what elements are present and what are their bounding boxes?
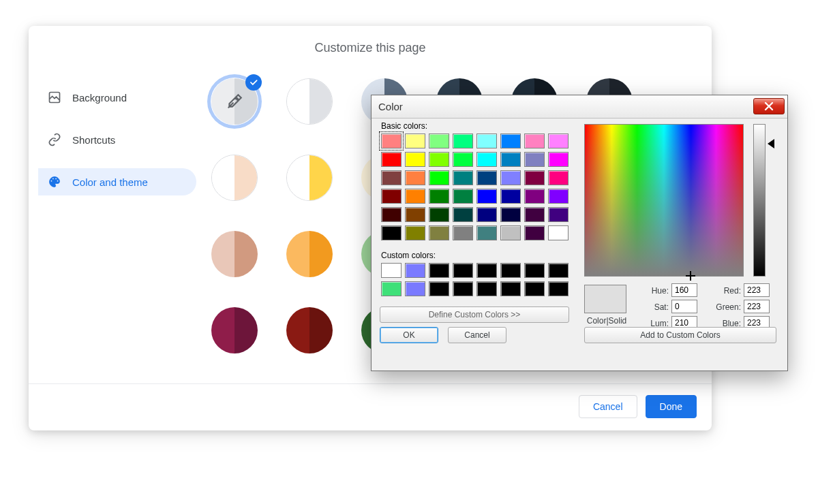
basic-color-cell[interactable] [500, 207, 521, 222]
basic-color-cell[interactable] [429, 152, 449, 167]
basic-color-cell[interactable] [453, 189, 473, 204]
color-dialog-title: Color [378, 101, 403, 112]
basic-color-cell[interactable] [476, 207, 497, 222]
done-button[interactable]: Done [646, 395, 697, 418]
basic-color-cell[interactable] [429, 133, 449, 148]
basic-color-cell[interactable] [405, 225, 425, 240]
basic-color-cell[interactable] [524, 152, 545, 167]
custom-color-cell[interactable] [476, 263, 497, 278]
basic-color-cell[interactable] [453, 152, 473, 167]
sidebar-item-background[interactable]: Background [38, 84, 196, 111]
luminosity-arrow-icon [768, 139, 774, 148]
basic-color-cell[interactable] [405, 207, 425, 222]
basic-color-cell[interactable] [548, 152, 569, 167]
basic-color-cell[interactable] [524, 207, 545, 222]
basic-color-cell[interactable] [429, 225, 449, 240]
basic-color-cell[interactable] [500, 170, 521, 185]
custom-color-cell[interactable] [548, 281, 569, 296]
basic-color-cell[interactable] [429, 207, 449, 222]
green-input[interactable] [744, 300, 770, 313]
theme-swatch[interactable] [211, 78, 258, 125]
basic-color-cell[interactable] [405, 152, 425, 167]
red-input[interactable] [744, 283, 770, 297]
custom-color-cell[interactable] [381, 281, 402, 296]
basic-color-cell[interactable] [429, 170, 449, 185]
basic-color-cell[interactable] [381, 152, 402, 167]
basic-color-cell[interactable] [548, 133, 569, 148]
basic-color-cell[interactable] [381, 133, 402, 148]
theme-swatch[interactable] [211, 231, 258, 277]
basic-color-cell[interactable] [548, 225, 569, 240]
custom-color-cell[interactable] [548, 263, 569, 278]
green-label: Green: [708, 302, 741, 312]
theme-swatch[interactable] [286, 231, 333, 277]
cancel-button[interactable]: Cancel [579, 395, 637, 418]
basic-color-cell[interactable] [381, 225, 402, 240]
color-dialog-cancel-button[interactable]: Cancel [448, 327, 506, 343]
basic-color-cell[interactable] [476, 133, 497, 148]
basic-color-cell[interactable] [453, 207, 473, 222]
basic-color-cell[interactable] [476, 152, 497, 167]
sat-input[interactable] [671, 300, 697, 313]
custom-color-cell[interactable] [381, 263, 402, 278]
palette-icon [48, 175, 61, 189]
theme-swatch[interactable] [286, 78, 333, 125]
add-to-custom-colors-button[interactable]: Add to Custom Colors [584, 327, 776, 343]
sidebar-item-color-theme[interactable]: Color and theme [38, 168, 196, 195]
basic-color-cell[interactable] [524, 189, 545, 204]
custom-color-cell[interactable] [429, 281, 449, 296]
theme-swatch[interactable] [211, 155, 258, 201]
custom-color-cell[interactable] [429, 263, 449, 278]
basic-color-cell[interactable] [476, 225, 497, 240]
basic-color-cell[interactable] [405, 189, 425, 204]
luminosity-bar[interactable] [753, 124, 766, 277]
basic-color-cell[interactable] [453, 170, 473, 185]
modal-title: Customize this page [29, 26, 712, 59]
basic-color-cell[interactable] [476, 189, 497, 204]
custom-color-cell[interactable] [453, 281, 473, 296]
custom-color-cell[interactable] [453, 263, 473, 278]
sidebar-item-shortcuts[interactable]: Shortcuts [38, 126, 196, 153]
basic-color-cell[interactable] [500, 189, 521, 204]
close-button[interactable] [753, 98, 785, 114]
basic-color-cell[interactable] [405, 133, 425, 148]
color-spectrum[interactable] [584, 124, 744, 277]
define-custom-colors-button[interactable]: Define Custom Colors >> [380, 306, 569, 323]
hue-label: Hue: [641, 286, 669, 296]
color-preview [584, 285, 626, 313]
color-dialog-titlebar[interactable]: Color [372, 95, 787, 119]
theme-swatch[interactable] [211, 307, 258, 353]
close-icon [764, 101, 774, 111]
custom-color-cell[interactable] [500, 263, 521, 278]
custom-color-cell[interactable] [405, 263, 425, 278]
theme-swatch[interactable] [286, 155, 333, 201]
basic-color-cell[interactable] [381, 189, 402, 204]
basic-color-cell[interactable] [381, 170, 402, 185]
basic-color-cell[interactable] [405, 170, 425, 185]
basic-color-cell[interactable] [524, 133, 545, 148]
custom-color-cell[interactable] [524, 263, 545, 278]
basic-color-cell[interactable] [548, 207, 569, 222]
basic-color-cell[interactable] [429, 189, 449, 204]
custom-color-cell[interactable] [476, 281, 497, 296]
custom-color-cell[interactable] [405, 281, 425, 296]
custom-colors-grid [381, 263, 569, 296]
hue-input[interactable] [671, 283, 697, 297]
color-preview-label: Color|Solid [584, 316, 629, 326]
basic-color-cell[interactable] [524, 170, 545, 185]
custom-color-cell[interactable] [500, 281, 521, 296]
basic-color-cell[interactable] [500, 225, 521, 240]
basic-color-cell[interactable] [453, 133, 473, 148]
basic-color-cell[interactable] [548, 170, 569, 185]
color-dialog: Color Basic colors: Custom colors: Defin… [371, 95, 788, 371]
basic-color-cell[interactable] [381, 207, 402, 222]
basic-color-cell[interactable] [453, 225, 473, 240]
basic-color-cell[interactable] [500, 152, 521, 167]
basic-color-cell[interactable] [476, 170, 497, 185]
ok-button[interactable]: OK [380, 327, 438, 343]
basic-color-cell[interactable] [524, 225, 545, 240]
custom-color-cell[interactable] [524, 281, 545, 296]
theme-swatch[interactable] [286, 307, 333, 353]
basic-color-cell[interactable] [500, 133, 521, 148]
basic-color-cell[interactable] [548, 189, 569, 204]
